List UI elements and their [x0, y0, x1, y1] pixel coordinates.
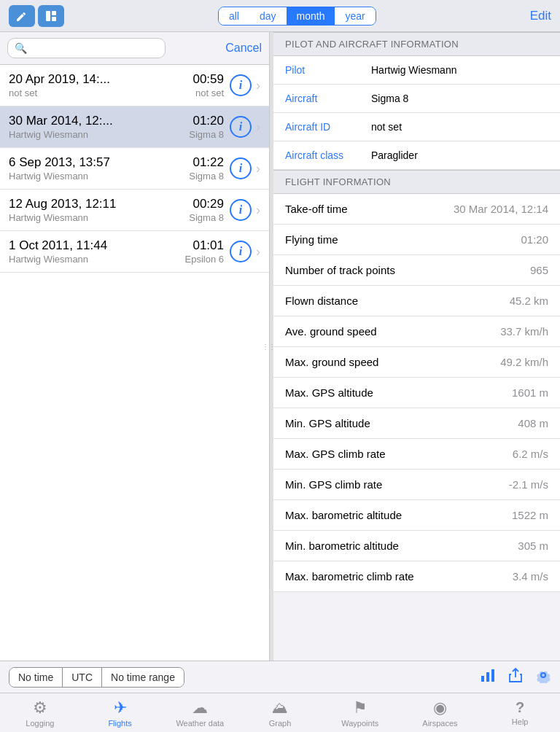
aircraft-id-value: not set — [371, 121, 402, 133]
flight-detail-row: Min. barometric altitude 305 m — [273, 531, 560, 561]
flight-info-rows: Take-off time 30 Mar 2014, 12:14 Flying … — [273, 194, 560, 592]
fi-label: Max. barometric climb rate — [285, 570, 414, 583]
flight-detail-row: Take-off time 30 Mar 2014, 12:14 — [273, 194, 560, 225]
search-input[interactable] — [7, 38, 166, 58]
fi-label: Min. GPS climb rate — [285, 478, 382, 491]
tab-airspaces[interactable]: ◉ Airspaces — [400, 696, 481, 731]
tab-logging[interactable]: ⚙ Logging — [0, 696, 80, 731]
flight-item[interactable]: 12 Aug 2013, 12:11 Hartwig Wiesmann 00:2… — [0, 190, 269, 231]
flight-pilot: Hartwig Wiesmann — [9, 129, 187, 140]
share-icon[interactable] — [508, 667, 524, 688]
flight-info-btn[interactable]: i — [230, 157, 252, 179]
fi-value: 408 m — [518, 417, 548, 429]
flight-info-btn[interactable]: i — [230, 74, 252, 96]
seg-day[interactable]: day — [249, 7, 287, 25]
layout-icon-btn[interactable] — [38, 5, 64, 27]
fi-label: Take-off time — [285, 203, 348, 215]
cancel-button[interactable]: Cancel — [225, 42, 262, 55]
flight-detail-row: Max. GPS climb rate 6.2 m/s — [273, 439, 560, 470]
fi-value: 965 — [530, 264, 548, 276]
flight-date: 12 Aug 2013, 12:11 — [9, 197, 187, 211]
fi-value: 45.2 km — [510, 295, 548, 307]
flight-detail-row: Flown distance 45.2 km — [273, 286, 560, 316]
no-time-range-btn[interactable]: No time range — [102, 668, 184, 687]
flight-item[interactable]: 30 Mar 2014, 12:... Hartwig Wiesmann 01:… — [0, 106, 269, 148]
tab-logging-label: Logging — [26, 719, 54, 728]
fi-value: 1522 m — [512, 509, 548, 521]
seg-month[interactable]: month — [287, 7, 335, 25]
flight-detail-row: Max. barometric altitude 1522 m — [273, 500, 560, 531]
fi-label: Max. GPS altitude — [285, 386, 373, 399]
fi-value: 01:20 — [521, 233, 548, 246]
fi-value: -2.1 m/s — [509, 478, 548, 491]
svg-rect-3 — [481, 676, 484, 682]
svg-rect-2 — [52, 17, 56, 21]
fi-label: Min. GPS altitude — [285, 417, 370, 429]
flight-section-header: FLIGHT INFORMATION — [273, 170, 560, 194]
tab-waypoints[interactable]: ⚑ Waypoints — [320, 696, 400, 731]
tab-graph-label: Graph — [269, 719, 292, 728]
flight-detail-row: Number of track points 965 — [273, 255, 560, 286]
tab-flights-label: Flights — [108, 719, 131, 728]
tab-bar: ⚙ Logging ✈ Flights ☁ Weather data ⛰ Gra… — [0, 693, 560, 732]
flight-info: 6 Sep 2013, 13:57 Hartwig Wiesmann — [9, 155, 187, 182]
fi-label: Flown distance — [285, 295, 358, 307]
flight-date: 1 Oct 2011, 11:44 — [9, 238, 185, 253]
flight-item[interactable]: 1 Oct 2011, 11:44 Hartwig Wiesmann 01:01… — [0, 231, 269, 273]
flight-duration: 01:01 — [187, 238, 224, 253]
tab-graph[interactable]: ⛰ Graph — [240, 696, 320, 731]
flight-info-btn[interactable]: i — [230, 241, 252, 262]
fi-value: 30 Mar 2014, 12:14 — [454, 203, 548, 215]
bottom-right-icons — [480, 667, 551, 688]
seg-all[interactable]: all — [219, 7, 249, 25]
fi-value: 49.2 km/h — [500, 356, 548, 368]
flight-date: 20 Apr 2019, 14:... — [9, 72, 187, 87]
flight-pilot: Hartwig Wiesmann — [9, 171, 187, 182]
time-segmented: No time UTC No time range — [9, 667, 184, 688]
fi-label: Flying time — [285, 233, 338, 246]
airspaces-icon: ◉ — [433, 698, 447, 717]
svg-rect-1 — [52, 11, 56, 15]
seg-year[interactable]: year — [335, 7, 375, 25]
graph-icon: ⛰ — [272, 698, 288, 717]
flight-info-btn[interactable]: i — [230, 199, 252, 221]
flight-aircraft: Epsilon 6 — [185, 254, 224, 265]
tab-weather[interactable]: ☁ Weather data — [160, 696, 240, 731]
edit-button[interactable]: Edit — [530, 9, 551, 23]
svg-rect-5 — [491, 669, 494, 682]
flight-aircraft: Sigma 8 — [189, 171, 224, 182]
tab-airspaces-label: Airspaces — [422, 719, 457, 728]
tab-weather-label: Weather data — [176, 719, 224, 728]
flight-duration: 01:20 — [187, 114, 224, 128]
bar-chart-icon[interactable] — [480, 667, 496, 688]
flight-pilot: not set — [9, 87, 187, 98]
flight-date: 30 Mar 2014, 12:... — [9, 114, 187, 128]
fi-value: 3.4 m/s — [513, 570, 548, 583]
flight-date: 6 Sep 2013, 13:57 — [9, 155, 187, 170]
logging-icon: ⚙ — [33, 698, 47, 717]
time-filter-segmented: all day month year — [218, 7, 376, 26]
flight-info: 1 Oct 2011, 11:44 Hartwig Wiesmann — [9, 238, 185, 265]
chevron-icon: › — [256, 120, 260, 135]
flight-detail-row: Ave. ground speed 33.7 km/h — [273, 316, 560, 347]
tab-help[interactable]: ? Help — [480, 696, 560, 729]
fi-label: Max. GPS climb rate — [285, 448, 386, 460]
fi-value: 305 m — [518, 540, 548, 552]
no-time-btn[interactable]: No time — [9, 668, 63, 687]
flights-icon: ✈ — [114, 698, 127, 717]
aircraft-value: Sigma 8 — [371, 93, 408, 104]
chevron-icon: › — [256, 161, 260, 176]
flight-detail-row: Min. GPS altitude 408 m — [273, 408, 560, 439]
chevron-icon: › — [256, 78, 260, 93]
flight-item[interactable]: 6 Sep 2013, 13:57 Hartwig Wiesmann 01:22… — [0, 148, 269, 190]
flight-info-btn[interactable]: i — [230, 116, 252, 138]
tab-flights[interactable]: ✈ Flights — [80, 696, 160, 731]
right-panel: PILOT AND AIRCRAFT INFORMATION Pilot Har… — [273, 32, 560, 661]
waypoints-icon: ⚑ — [353, 698, 368, 717]
flight-item[interactable]: 20 Apr 2019, 14:... not set 00:59 not se… — [0, 65, 269, 106]
edit-icon-btn[interactable] — [9, 5, 35, 27]
utc-btn[interactable]: UTC — [63, 668, 102, 687]
fi-label: Max. ground speed — [285, 356, 378, 368]
flight-time-col: 01:01 Epsilon 6 — [185, 238, 224, 265]
settings-icon[interactable] — [535, 667, 551, 688]
